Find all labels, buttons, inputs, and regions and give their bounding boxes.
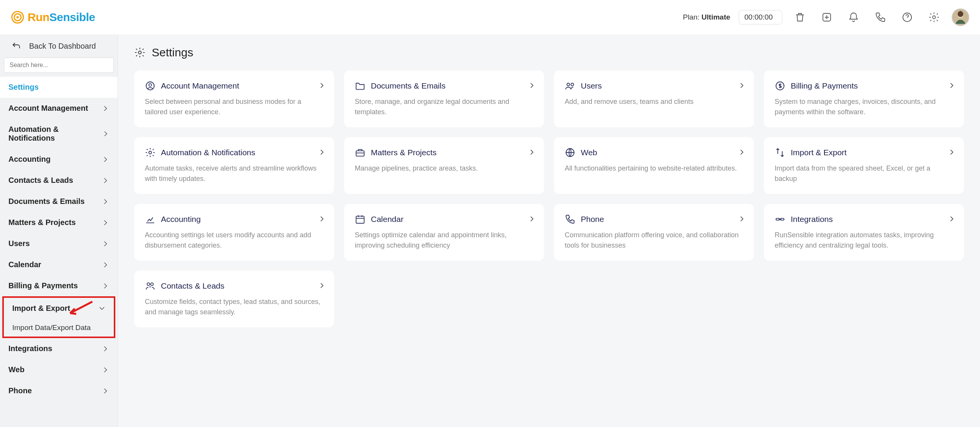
settings-card-calendar[interactable]: Calendar Settings optimize calendar and … bbox=[344, 204, 544, 261]
card-description: All functionalities pertaining to websit… bbox=[565, 163, 743, 174]
card-description: Store, manage, and organize legal docume… bbox=[355, 97, 533, 117]
card-head: Phone bbox=[565, 214, 743, 225]
card-title: Account Management bbox=[161, 81, 239, 90]
app-header: RunSensible Plan: Ultimate 00:00:00 bbox=[0, 0, 980, 34]
page-title-row: Settings bbox=[134, 46, 964, 59]
chevron-right-icon bbox=[102, 219, 109, 226]
chevron-right-icon bbox=[529, 215, 536, 222]
card-head: Matters & Projects bbox=[355, 147, 533, 158]
chevron-right-icon bbox=[102, 198, 109, 205]
sidebar-item-label: Billing & Payments bbox=[8, 281, 78, 290]
chevron-right-icon bbox=[319, 282, 326, 289]
settings-card-documents-emails[interactable]: Documents & Emails Store, manage, and or… bbox=[344, 71, 544, 127]
globe-icon bbox=[565, 147, 575, 158]
card-head: Documents & Emails bbox=[355, 80, 533, 91]
card-head: Web bbox=[565, 147, 743, 158]
settings-card-import-export[interactable]: Import & Export Import data from the spe… bbox=[764, 137, 964, 194]
back-to-dashboard[interactable]: Back To Dashboard bbox=[0, 34, 118, 57]
back-arrow-icon bbox=[11, 41, 21, 51]
sidebar-item-integrations[interactable]: Integrations bbox=[0, 338, 118, 359]
sidebar-item-calendar[interactable]: Calendar bbox=[0, 254, 118, 275]
sidebar-item-label: Settings bbox=[8, 83, 39, 92]
settings-card-accounting[interactable]: Accounting Accounting settings let users… bbox=[134, 204, 334, 261]
back-label: Back To Dashboard bbox=[29, 42, 96, 51]
chevron-right-icon bbox=[529, 149, 536, 156]
card-title: Users bbox=[581, 81, 602, 90]
trash-button[interactable] bbox=[791, 8, 809, 26]
timer[interactable]: 00:00:00 bbox=[739, 10, 782, 25]
sidebar-subitem-import-export-data[interactable]: Import Data/Export Data bbox=[4, 319, 114, 337]
sidebar-item-contacts-leads[interactable]: Contacts & Leads bbox=[0, 170, 118, 191]
card-head: Import & Export bbox=[775, 147, 953, 158]
help-icon bbox=[901, 11, 913, 23]
settings-card-phone[interactable]: Phone Communication platform offering vo… bbox=[554, 204, 754, 261]
contacts-icon bbox=[145, 281, 156, 291]
card-head: Accounting bbox=[145, 214, 323, 225]
card-title: Web bbox=[581, 148, 597, 157]
phone-icon bbox=[565, 214, 575, 225]
card-description: Select between personal and business mod… bbox=[145, 97, 323, 117]
card-description: Import data from the speared sheet, Exce… bbox=[775, 163, 953, 184]
briefcase-icon bbox=[355, 147, 365, 158]
sidebar-item-phone[interactable]: Phone bbox=[0, 380, 118, 401]
bell-icon bbox=[848, 11, 859, 23]
settings-card-contacts-leads[interactable]: Contacts & Leads Customize fields, conta… bbox=[134, 271, 334, 327]
card-title: Accounting bbox=[161, 215, 201, 224]
call-button[interactable] bbox=[871, 8, 890, 26]
sidebar-item-label: Users bbox=[8, 239, 30, 248]
sidebar-item-label: Contacts & Leads bbox=[8, 176, 73, 185]
card-title: Contacts & Leads bbox=[161, 281, 225, 291]
sidebar-item-label: Phone bbox=[8, 386, 32, 395]
dollar-icon bbox=[775, 80, 785, 91]
card-description: Customize fields, contact types, lead st… bbox=[145, 297, 323, 317]
settings-card-account-management[interactable]: Account Management Select between person… bbox=[134, 71, 334, 127]
settings-card-automation-notifications[interactable]: Automation & Notifications Automate task… bbox=[134, 137, 334, 194]
chevron-right-icon bbox=[529, 82, 536, 89]
chevron-right-icon bbox=[102, 156, 109, 163]
sidebar-search-wrap bbox=[0, 57, 118, 77]
avatar[interactable] bbox=[952, 8, 969, 26]
sidebar-item-users[interactable]: Users bbox=[0, 233, 118, 254]
sidebar-item-matters-projects[interactable]: Matters & Projects bbox=[0, 212, 118, 233]
settings-card-billing-payments[interactable]: Billing & Payments System to manage char… bbox=[764, 71, 964, 127]
sidebar-item-account-management[interactable]: Account Management bbox=[0, 98, 118, 119]
help-button[interactable] bbox=[898, 8, 916, 26]
sidebar-item-automation-notifications[interactable]: Automation & Notifications bbox=[0, 119, 118, 149]
chevron-right-icon bbox=[102, 177, 109, 184]
settings-card-web[interactable]: Web All functionalities pertaining to we… bbox=[554, 137, 754, 194]
sidebar-item-import-export[interactable]: Import & Export bbox=[4, 298, 114, 319]
sidebar: Back To Dashboard Settings Account Manag… bbox=[0, 34, 118, 427]
sidebar-item-settings[interactable]: Settings bbox=[0, 77, 118, 98]
card-head: Billing & Payments bbox=[775, 80, 953, 91]
card-head: Contacts & Leads bbox=[145, 281, 323, 291]
add-button[interactable] bbox=[818, 8, 836, 26]
sidebar-item-label: Automation & Notifications bbox=[8, 125, 103, 143]
sidebar-item-label: Web bbox=[8, 365, 25, 374]
logo-text: RunSensible bbox=[28, 11, 95, 24]
settings-button[interactable] bbox=[925, 8, 943, 26]
settings-card-matters-projects[interactable]: Matters & Projects Manage pipelines, pra… bbox=[344, 137, 544, 194]
card-head: Integrations bbox=[775, 214, 953, 225]
chevron-right-icon bbox=[103, 130, 109, 137]
settings-card-integrations[interactable]: Integrations RunSensible integration aut… bbox=[764, 204, 964, 261]
chevron-right-icon bbox=[102, 345, 109, 352]
card-title: Documents & Emails bbox=[371, 81, 446, 90]
sidebar-item-label: Import & Export bbox=[12, 304, 70, 313]
sidebar-item-accounting[interactable]: Accounting bbox=[0, 149, 118, 170]
sidebar-item-label: Calendar bbox=[8, 260, 41, 269]
chevron-right-icon bbox=[319, 149, 326, 156]
search-input[interactable] bbox=[4, 57, 114, 73]
svg-point-18 bbox=[16, 16, 19, 18]
sidebar-item-documents-emails[interactable]: Documents & Emails bbox=[0, 191, 118, 212]
logo[interactable]: RunSensible bbox=[11, 10, 95, 24]
notifications-button[interactable] bbox=[844, 8, 863, 26]
sidebar-item-billing-payments[interactable]: Billing & Payments bbox=[0, 275, 118, 296]
settings-card-users[interactable]: Users Add, and remove users, teams and c… bbox=[554, 71, 754, 127]
sidebar-item-web[interactable]: Web bbox=[0, 359, 118, 380]
plan-indicator: Plan: Ultimate bbox=[683, 13, 730, 21]
card-title: Integrations bbox=[791, 215, 833, 224]
chevron-right-icon bbox=[739, 215, 746, 222]
chevron-right-icon bbox=[102, 366, 109, 373]
page-title: Settings bbox=[152, 46, 193, 59]
card-head: Automation & Notifications bbox=[145, 147, 323, 158]
